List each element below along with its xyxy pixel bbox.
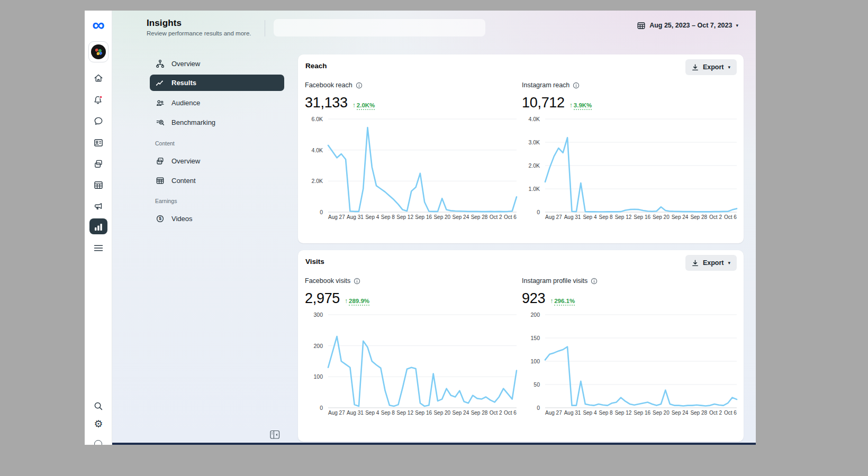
nav-item-audience[interactable]: Audience [150, 95, 284, 111]
nav-item-benchmarking[interactable]: Benchmarking [150, 114, 284, 131]
nav-item-content[interactable]: Content [150, 172, 284, 189]
metric-delta[interactable]: ↑296.1% [550, 297, 575, 306]
ads-icon[interactable] [85, 201, 112, 212]
home-icon[interactable] [85, 73, 112, 84]
calendar-icon [637, 21, 646, 30]
content-area: Insights Review performance results and … [112, 11, 756, 445]
magnifier-doc-icon [155, 118, 165, 127]
metric-value: 923 [522, 290, 545, 307]
page-subtitle: Review performance results and more. [147, 30, 251, 36]
contacts-icon[interactable] [85, 138, 112, 148]
header-divider [265, 20, 265, 36]
visits-card: Visits Export ▾ Facebook visits 2,975 ↑2… [298, 250, 744, 442]
search-icon[interactable] [85, 401, 112, 411]
nav-item-videos[interactable]: $ Videos [150, 210, 284, 227]
y-axis-labels: 6.0K4.0K2.0K0 [305, 119, 328, 212]
instagram-reach-chart: 4.0K3.0K2.0K1.0K0 Aug 27Aug 31Sep 4Sep 8… [522, 119, 737, 221]
date-range-label: Aug 25, 2023 – Oct 7, 2023 [649, 22, 732, 29]
metric-delta[interactable]: ↑289.9% [345, 297, 369, 306]
up-arrow-icon: ↑ [569, 102, 573, 109]
planner-icon[interactable] [85, 180, 112, 190]
export-button[interactable]: Export ▾ [685, 59, 737, 75]
info-icon[interactable] [356, 82, 363, 89]
nav-item-content-overview[interactable]: Overview [150, 153, 284, 169]
date-range-picker[interactable]: Aug 25, 2023 – Oct 7, 2023 ▾ [637, 19, 738, 32]
svg-text:$: $ [159, 216, 161, 221]
nav-section-content: Content [155, 140, 175, 147]
org-chart-icon [155, 59, 165, 69]
nav-item-results[interactable]: Results [150, 75, 284, 91]
y-axis-labels: 3002001000 [305, 315, 328, 408]
content-icon[interactable] [85, 159, 112, 169]
metric-value: 31,133 [305, 95, 348, 111]
messages-icon[interactable] [85, 116, 112, 126]
metric-label: Facebook visits [305, 277, 350, 285]
help-icon[interactable] [94, 440, 102, 445]
line-chart-icon [155, 78, 165, 88]
instagram-profile-visits-chart: 200150100500 Aug 27Aug 31Sep 4Sep 8Sep 1… [522, 315, 737, 416]
metric-value: 10,712 [522, 95, 565, 111]
facebook-visits-metric: Facebook visits 2,975 ↑289.9% 3002001000… [305, 274, 517, 416]
chevron-down-icon: ▾ [728, 260, 730, 266]
instagram-reach-metric: Instagram reach 10,712 ↑3.9K% 4.0K3.0K2.… [522, 79, 737, 221]
facebook-reach-chart: 6.0K4.0K2.0K0 Aug 27Aug 31Sep 4Sep 8Sep … [305, 119, 517, 221]
chevron-down-icon: ▾ [728, 65, 730, 70]
header-placeholder [274, 19, 485, 36]
meta-logo[interactable]: ∞ [85, 17, 112, 32]
metric-label: Facebook reach [305, 81, 352, 89]
up-arrow-icon: ↑ [352, 102, 356, 109]
info-icon[interactable] [354, 278, 360, 285]
table-icon [155, 176, 165, 186]
avatar [91, 44, 106, 59]
metric-delta[interactable]: ↑2.0K% [352, 102, 375, 110]
notifications-icon[interactable] [85, 95, 112, 106]
x-axis-labels: Aug 27Aug 31Sep 4Sep 8Sep 12Sep 16Sep 20… [328, 212, 517, 221]
x-axis-labels: Aug 27Aug 31Sep 4Sep 8Sep 12Sep 16Sep 20… [545, 212, 737, 221]
download-icon [692, 64, 699, 71]
chevron-down-icon: ▾ [736, 23, 738, 28]
card-title: Visits [305, 258, 324, 266]
meta-business-suite-window: ∞ [85, 11, 756, 445]
reach-card: Reach Export ▾ Facebook reach 31,133 ↑2.… [298, 54, 744, 243]
card-title: Reach [305, 62, 327, 70]
nav-item-overview[interactable]: Overview [150, 56, 284, 72]
more-menu-icon[interactable] [85, 243, 112, 253]
page-title: Insights [147, 18, 182, 29]
instagram-profile-visits-metric: Instagram profile visits 923 ↑296.1% 200… [522, 274, 737, 416]
collapse-sidebar-icon[interactable] [270, 430, 280, 440]
download-icon [692, 260, 699, 267]
x-axis-labels: Aug 27Aug 31Sep 4Sep 8Sep 12Sep 16Sep 20… [545, 408, 737, 416]
dollar-circle-icon: $ [155, 214, 165, 224]
insights-icon[interactable] [85, 218, 112, 234]
people-icon [155, 98, 165, 108]
up-arrow-icon: ↑ [345, 297, 348, 305]
export-button[interactable]: Export ▾ [685, 255, 737, 271]
business-avatar[interactable] [88, 41, 108, 62]
settings-icon[interactable]: ⚙ [85, 419, 112, 429]
y-axis-labels: 4.0K3.0K2.0K1.0K0 [522, 119, 545, 212]
metric-label: Instagram profile visits [522, 277, 587, 285]
window-bottom-edge [112, 443, 756, 445]
metric-value: 2,975 [305, 290, 340, 307]
facebook-reach-metric: Facebook reach 31,133 ↑2.0K% 6.0K4.0K2.0… [305, 79, 517, 221]
info-icon[interactable] [573, 82, 580, 89]
y-axis-labels: 200150100500 [522, 315, 545, 408]
pages-icon [155, 157, 165, 166]
nav-section-earnings: Earnings [155, 198, 177, 204]
app-rail: ∞ [85, 11, 112, 445]
x-axis-labels: Aug 27Aug 31Sep 4Sep 8Sep 12Sep 16Sep 20… [328, 408, 517, 416]
info-icon[interactable] [591, 278, 598, 285]
facebook-visits-chart: 3002001000 Aug 27Aug 31Sep 4Sep 8Sep 12S… [305, 315, 517, 416]
metric-delta[interactable]: ↑3.9K% [569, 102, 592, 110]
metric-label: Instagram reach [522, 81, 569, 89]
up-arrow-icon: ↑ [550, 297, 553, 305]
